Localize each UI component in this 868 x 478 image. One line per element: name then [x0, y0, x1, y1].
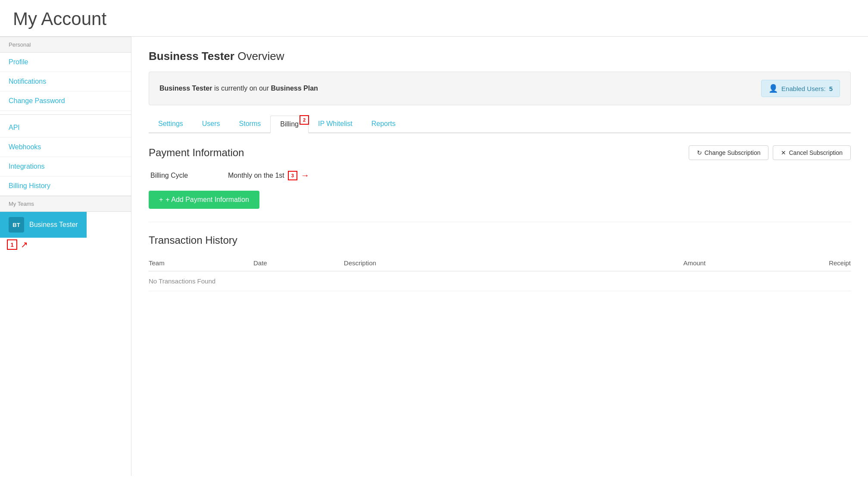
sidebar-item-profile[interactable]: Profile	[0, 53, 131, 72]
sidebar-item-billing-history[interactable]: Billing History	[0, 176, 131, 196]
sidebar-my-teams-header: My Teams	[0, 196, 131, 212]
col-receipt: Receipt	[706, 255, 851, 271]
payment-section-title: Payment Information	[149, 147, 244, 159]
sidebar: Personal Profile Notifications Change Pa…	[0, 37, 131, 476]
sidebar-item-notifications[interactable]: Notifications	[0, 72, 131, 91]
change-subscription-button[interactable]: ↻ Change Subscription	[689, 145, 769, 160]
add-payment-button[interactable]: + + Add Payment Information	[149, 191, 259, 209]
enabled-users-count: 5	[829, 85, 833, 92]
annotation-badge-3: 3	[288, 171, 297, 180]
col-team: Team	[149, 255, 253, 271]
user-icon: 👤	[768, 84, 778, 93]
plan-text: Business Tester is currently on our Busi…	[159, 85, 318, 92]
sidebar-item-api[interactable]: API	[0, 118, 131, 138]
team-item-wrapper: BT Business Tester 1 ↗	[0, 212, 131, 238]
billing-cycle-label: Billing Cycle	[150, 172, 202, 179]
payment-section-header-row: Payment Information ↻ Change Subscriptio…	[149, 145, 851, 160]
billing-cycle-row: Billing Cycle Monthly on the 1st 3 →	[149, 170, 851, 180]
col-date: Date	[253, 255, 344, 271]
tabs-container: Settings Users Storms Billing 2 IP White…	[149, 116, 851, 133]
enabled-users-label: Enabled Users:	[781, 85, 826, 92]
tab-storms[interactable]: Storms	[230, 116, 271, 132]
cancel-subscription-label: Cancel Subscription	[789, 149, 843, 156]
transaction-section-title: Transaction History	[149, 234, 851, 246]
sidebar-divider-1	[0, 114, 131, 115]
tab-settings[interactable]: Settings	[149, 116, 193, 132]
page-title: My Account	[0, 0, 868, 37]
team-avatar: BT	[9, 217, 24, 233]
tab-billing-annotation: 2	[300, 115, 309, 125]
overview-title-bold: Business Tester	[149, 50, 234, 63]
annotation-arrow-1: ↗	[21, 239, 28, 250]
overview-title: Business Tester Overview	[149, 50, 851, 63]
sidebar-team-business-tester[interactable]: BT Business Tester	[0, 212, 87, 238]
tab-billing-label: Billing	[280, 120, 299, 128]
sidebar-item-integrations[interactable]: Integrations	[0, 157, 131, 176]
sidebar-item-change-password[interactable]: Change Password	[0, 91, 131, 111]
plus-icon: +	[159, 196, 163, 204]
col-amount: Amount	[558, 255, 706, 271]
main-content: Business Tester Overview Business Tester…	[131, 37, 868, 476]
add-payment-label: + Add Payment Information	[165, 196, 249, 204]
billing-cycle-value-wrapper: Monthly on the 1st 3 →	[228, 170, 309, 180]
annotation-badge-1: 1	[7, 239, 17, 250]
transaction-table: Team Date Description Amount Receipt No …	[149, 255, 851, 291]
tab-ip-whitelist[interactable]: IP Whitelist	[309, 116, 362, 132]
action-buttons: ↻ Change Subscription ✕ Cancel Subscript…	[689, 145, 851, 160]
plan-name: Business Plan	[271, 85, 318, 92]
overview-title-rest: Overview	[234, 50, 284, 63]
annotation-arrow-3: →	[301, 170, 309, 180]
enabled-users-badge: 👤 Enabled Users: 5	[761, 80, 840, 97]
col-description: Description	[344, 255, 558, 271]
sidebar-item-webhooks[interactable]: Webhooks	[0, 138, 131, 157]
sidebar-personal-header: Personal	[0, 37, 131, 53]
plan-text-middle: is currently on our	[214, 85, 271, 92]
no-transactions-message: No Transactions Found	[149, 271, 851, 291]
cancel-subscription-button[interactable]: ✕ Cancel Subscription	[773, 145, 851, 160]
tab-billing[interactable]: Billing 2	[270, 116, 309, 133]
change-subscription-label: Change Subscription	[705, 149, 761, 156]
plan-banner: Business Tester is currently on our Busi…	[149, 72, 851, 105]
team-name: Business Tester	[29, 221, 78, 229]
tab-reports[interactable]: Reports	[362, 116, 405, 132]
table-row-empty: No Transactions Found	[149, 271, 851, 291]
plan-company-name: Business Tester	[159, 85, 212, 92]
refresh-icon: ↻	[697, 149, 702, 156]
close-icon: ✕	[781, 149, 786, 156]
tab-users[interactable]: Users	[193, 116, 230, 132]
billing-cycle-value: Monthly on the 1st	[228, 172, 284, 179]
section-divider	[149, 222, 851, 222]
